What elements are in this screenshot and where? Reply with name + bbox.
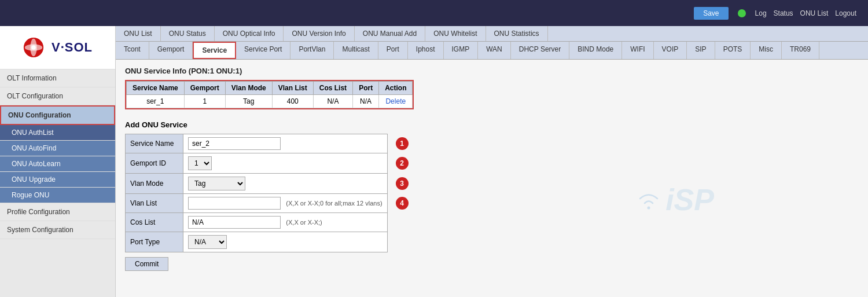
- sidebar-item-system-config[interactable]: System Configuration: [0, 221, 115, 239]
- step-badge-1: 1: [396, 137, 409, 150]
- form-row-cos-list: Cos List (X,X or X-X;): [126, 213, 414, 232]
- logout-link[interactable]: Logout: [835, 9, 856, 17]
- vlan-mode-select[interactable]: Tag Transparent Translation: [188, 177, 245, 190]
- service-name-input[interactable]: [188, 137, 281, 150]
- top-bar: Save Log Status ONU List Logout: [0, 0, 868, 26]
- step-badge-2-cell: 2: [387, 153, 413, 174]
- sidebar-subitem-onu-authlist[interactable]: ONU AuthList: [0, 125, 115, 141]
- tab-onu-whitelist[interactable]: ONU Whitelist: [425, 26, 486, 41]
- service-table-wrapper: Service Name Gemport Vlan Mode Vlan List…: [125, 80, 414, 109]
- tab-service[interactable]: Service: [193, 42, 236, 59]
- cell-vlan-list: 400: [272, 95, 313, 108]
- sidebar: V·SOL OLT Information OLT Configuration …: [0, 26, 116, 297]
- sidebar-item-olt-info[interactable]: OLT Information: [0, 69, 115, 87]
- tab-voip[interactable]: VOIP: [654, 42, 687, 59]
- gemport-id-select[interactable]: 1 2 3 4: [188, 156, 212, 170]
- tab-misc[interactable]: Misc: [751, 42, 782, 59]
- step-badge-2: 2: [396, 157, 409, 170]
- cell-action[interactable]: Delete: [379, 95, 413, 108]
- tab-wifi[interactable]: WIFI: [622, 42, 653, 59]
- form-row-vlan-mode: Vlan Mode Tag Transparent Translation: [126, 174, 414, 194]
- cell-cos-list: N/A: [313, 95, 352, 108]
- sidebar-subitem-onu-autolearn[interactable]: ONU AutoLearn: [0, 156, 115, 172]
- sidebar-subitem-onu-autofind[interactable]: ONU AutoFind: [0, 141, 115, 156]
- tab-tcont[interactable]: Tcont: [116, 42, 149, 59]
- onu-service-info-title: ONU Service Info (PON:1 ONU:1): [125, 67, 859, 75]
- svg-point-3: [31, 45, 36, 50]
- cos-list-input-cell: (X,X or X-X;): [183, 213, 388, 232]
- cell-gemport: 1: [184, 95, 225, 108]
- tab-onu-optical-info[interactable]: ONU Optical Info: [215, 26, 284, 41]
- gemport-id-input-cell: 1 2 3 4: [183, 153, 388, 174]
- sidebar-item-profile-config[interactable]: Profile Configuration: [0, 203, 115, 221]
- port-type-select[interactable]: N/A ETH POTS WIFI: [188, 235, 227, 249]
- col-port: Port: [353, 82, 379, 95]
- tab-onu-version-info[interactable]: ONU Version Info: [284, 26, 354, 41]
- save-button[interactable]: Save: [694, 7, 728, 20]
- col-vlan-mode: Vlan Mode: [225, 82, 272, 95]
- cell-vlan-mode: Tag: [225, 95, 272, 108]
- col-action: Action: [379, 82, 413, 95]
- tab-onu-manual-add[interactable]: ONU Manual Add: [355, 26, 425, 41]
- sidebar-item-olt-config[interactable]: OLT Configuration: [0, 87, 115, 105]
- form-row-vlan-list: Vlan List (X,X or X-X;0 for all;max 12 v…: [126, 194, 414, 213]
- sidebar-subitem-rogue-onu[interactable]: Rogue ONU: [0, 188, 115, 203]
- tab-wan[interactable]: WAN: [478, 42, 511, 59]
- form-row-gemport-id: Gemport ID 1 2 3 4: [126, 153, 414, 174]
- tab-sip[interactable]: SIP: [687, 42, 715, 59]
- vlan-list-label: Vlan List: [126, 194, 183, 213]
- tab-onu-status[interactable]: ONU Status: [161, 26, 215, 41]
- log-link[interactable]: Log: [755, 9, 767, 17]
- step-badge-4-cell: 4: [387, 194, 413, 213]
- form-row-service-name: Service Name 1: [126, 134, 414, 153]
- step-badge-3-cell: 3: [387, 174, 413, 194]
- tab-dhcp-server[interactable]: DHCP Server: [511, 42, 569, 59]
- status-link[interactable]: Status: [774, 9, 793, 17]
- tab-gemport[interactable]: Gemport: [149, 42, 193, 59]
- service-name-label: Service Name: [126, 134, 183, 153]
- vlan-list-input-cell: (X,X or X-X;0 for all;max 12 vlans): [183, 194, 388, 213]
- cos-list-label: Cos List: [126, 213, 183, 232]
- layout: V·SOL OLT Information OLT Configuration …: [0, 26, 868, 297]
- form-row-port-type: Port Type N/A ETH POTS WIFI: [126, 232, 414, 252]
- cell-service-name: ser_1: [127, 95, 185, 108]
- tab-service-port[interactable]: Service Port: [236, 42, 290, 59]
- vlan-list-input[interactable]: [188, 197, 281, 210]
- top-links: Log Status ONU List Logout: [755, 9, 856, 17]
- col-vlan-list: Vlan List: [272, 82, 313, 95]
- tab-iphost[interactable]: Iphost: [408, 42, 444, 59]
- sidebar-item-onu-config[interactable]: ONU Configuration: [0, 105, 115, 125]
- commit-button[interactable]: Commit: [125, 257, 168, 271]
- step-badge-1-cell: 1: [387, 134, 413, 153]
- tab-port[interactable]: Port: [378, 42, 408, 59]
- sidebar-subitem-onu-upgrade[interactable]: ONU Upgrade: [0, 172, 115, 188]
- tab-multicast[interactable]: Multicast: [334, 42, 378, 59]
- tab-onu-statistics[interactable]: ONU Statistics: [486, 26, 548, 41]
- tab-tr069[interactable]: TR069: [782, 42, 819, 59]
- cos-list-input[interactable]: [188, 216, 281, 229]
- port-type-input-cell: N/A ETH POTS WIFI: [183, 232, 388, 252]
- step-badge-4: 4: [396, 197, 409, 210]
- tab-portvlan[interactable]: PortVlan: [290, 42, 334, 59]
- delete-link[interactable]: Delete: [385, 97, 406, 105]
- logo-area: V·SOL: [0, 26, 115, 69]
- gemport-id-label: Gemport ID: [126, 153, 183, 174]
- add-service-form: Service Name 1 Gemport ID: [125, 134, 414, 252]
- cell-port: N/A: [353, 95, 379, 108]
- cos-list-hint: (X,X or X-X;): [282, 219, 322, 226]
- tab-pots[interactable]: POTS: [715, 42, 751, 59]
- add-service-title: Add ONU Service: [125, 120, 859, 129]
- tab-bind-mode[interactable]: BIND Mode: [569, 42, 622, 59]
- col-service-name: Service Name: [127, 82, 185, 95]
- onu-list-link[interactable]: ONU List: [800, 9, 829, 17]
- logo-text: V·SOL: [52, 40, 93, 55]
- content-area: ONU Service Info (PON:1 ONU:1) Service N…: [116, 60, 868, 278]
- status-indicator: [738, 9, 746, 17]
- port-type-label: Port Type: [126, 232, 183, 252]
- vlan-list-hint: (X,X or X-X;0 for all;max 12 vlans): [282, 200, 382, 207]
- tab-igmp[interactable]: IGMP: [444, 42, 479, 59]
- vlan-mode-label: Vlan Mode: [126, 174, 183, 194]
- table-row: ser_1 1 Tag 400 N/A N/A Delete: [127, 95, 413, 108]
- tab-onu-list[interactable]: ONU List: [116, 26, 161, 41]
- step-badge-3: 3: [396, 177, 409, 190]
